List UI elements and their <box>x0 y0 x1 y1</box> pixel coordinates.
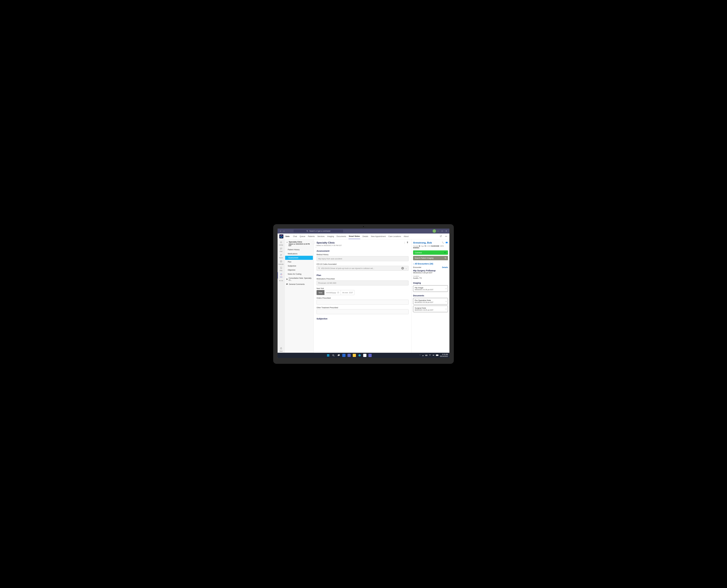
sidebar-item-consultation-note[interactable]: Consultation Note: Specialty Cl... <box>284 276 314 282</box>
svg-point-8 <box>318 268 319 269</box>
sidebar-item-patient-history[interactable]: Patient History <box>284 248 314 252</box>
sidebar-item-objective[interactable]: Objective <box>284 268 314 272</box>
chevron-left-icon: ‹ <box>413 262 414 265</box>
search-icon <box>318 267 320 269</box>
sidebar-note-header[interactable]: ⌄ Specialty Clinic <box>284 239 314 243</box>
more-icon[interactable]: ••• <box>445 235 448 237</box>
rail-files[interactable]: Files <box>278 266 284 272</box>
sidebar-item-notes-coding[interactable]: Notes for Coding <box>284 272 314 276</box>
app-name: Solo <box>285 235 290 237</box>
mail-icon[interactable] <box>445 241 448 244</box>
phone-icon[interactable] <box>442 241 444 244</box>
tab-carelocations[interactable]: Care Locations <box>388 234 401 239</box>
label-orders-prescribed: Orders Prescribed <box>317 297 409 299</box>
input-medical-history[interactable]: Hip injury from auto accident <box>317 256 409 261</box>
svg-line-21 <box>334 356 335 356</box>
tab-chat[interactable]: Chat <box>293 234 297 239</box>
calendar-icon <box>280 260 282 263</box>
rail-activity[interactable]: Activity <box>278 240 284 247</box>
svg-rect-12 <box>446 242 448 243</box>
global-search-input[interactable]: Search or type a command <box>293 229 343 233</box>
sidebar-added-date: Added on 10/22/2019 12:30 PM EST <box>284 243 314 248</box>
tray-volume-icon[interactable] <box>432 354 434 357</box>
tray-keyboard-icon[interactable]: ⌨ <box>425 355 427 356</box>
rail-store[interactable]: Store <box>278 346 284 353</box>
document-card[interactable]: Surgical Note06/02/2021 10:25 am EST › <box>413 306 448 312</box>
window-maximize-button[interactable]: ◻ <box>440 230 444 232</box>
clear-icd-button[interactable]: ✕ <box>401 267 404 270</box>
encounter-title: Hip Surgery Followup <box>413 269 448 272</box>
taskbar-edge-icon[interactable] <box>358 354 361 357</box>
section-assessment: Assessment <box>314 248 411 253</box>
people-icon <box>280 254 282 257</box>
input-orders-prescribed[interactable] <box>317 300 409 304</box>
input-meds-prescribed[interactable]: Piroxicam 10 MG BID <box>317 280 409 286</box>
taskbar-teams-icon[interactable] <box>368 354 372 357</box>
window-minimize-button[interactable]: ― <box>436 230 440 232</box>
tray-cloud-icon[interactable]: ☁ <box>422 355 424 356</box>
document-icon <box>286 278 288 280</box>
video-icon <box>444 252 446 253</box>
location-value: Austin, TX <box>413 277 448 279</box>
tab-services[interactable]: Services <box>317 234 325 239</box>
task-view-icon[interactable] <box>337 354 340 357</box>
delete-note-button[interactable] <box>406 241 409 244</box>
next-visit-time-input[interactable]: hh:mm EST <box>341 290 355 295</box>
tab-queue[interactable]: Queue <box>299 234 306 239</box>
nav-back-icon[interactable]: ‹ <box>279 230 282 232</box>
section-plan: Plan <box>314 272 411 277</box>
nav-forward-icon[interactable]: › <box>282 230 286 232</box>
encounter-details-link[interactable]: Details <box>442 266 448 268</box>
tray-chevron-icon[interactable]: ⌃ <box>419 355 421 356</box>
tab-patients[interactable]: Patients <box>308 234 315 239</box>
app-tab-bar: Solo Chat Queue Patients Services Imagin… <box>278 233 449 239</box>
taskbar-app-2[interactable] <box>347 354 351 357</box>
tab-about[interactable]: About <box>403 234 409 239</box>
taskbar-store-icon[interactable] <box>363 354 366 357</box>
sidebar-item-assessment[interactable]: Assessment <box>285 256 313 260</box>
connect-button[interactable]: Connect <box>413 250 448 255</box>
tab-imaging[interactable]: Imaging <box>327 234 334 239</box>
taskbar-app-1[interactable] <box>342 354 345 357</box>
next-visit-date-input[interactable]: mm/dd/yyyy <box>324 290 341 295</box>
tab-details[interactable]: Details <box>362 234 369 239</box>
tab-smartnotes[interactable]: Smart Notes <box>348 234 360 239</box>
reorder-handle-icon[interactable]: ⌃⌄ <box>315 245 317 248</box>
next-visit-now-button[interactable]: Now <box>317 290 324 295</box>
taskbar-clock[interactable]: 8:18 AM 03/14/2022 <box>440 354 448 357</box>
note-content: ⌃⌄ Specialty Clinic Added on 06/20/2021 … <box>314 239 412 353</box>
tray-battery-icon[interactable] <box>436 354 439 356</box>
document-card[interactable]: Pre Operative Note05/18/2021 02:30 pm ES… <box>413 298 448 304</box>
comment-icon <box>286 283 288 285</box>
chevron-down-icon[interactable]: ⌄ <box>405 267 407 269</box>
teams-rail: Activity Chat Teams Calendar Files Solo … <box>278 239 284 353</box>
tab-documents[interactable]: Documents <box>336 234 346 239</box>
rail-solo[interactable]: Solo <box>278 272 284 278</box>
taskbar-search-icon[interactable] <box>332 354 335 357</box>
svg-rect-23 <box>338 354 340 356</box>
taskbar-explorer-icon[interactable] <box>353 354 356 357</box>
rail-more[interactable]: • • • <box>278 278 284 283</box>
tab-newappointment[interactable]: New Appointment <box>371 234 386 239</box>
sidebar-item-medications[interactable]: Medications <box>284 252 314 256</box>
rail-calendar[interactable]: Calendar <box>278 259 284 266</box>
user-avatar[interactable] <box>432 229 436 233</box>
popout-icon[interactable] <box>439 235 443 238</box>
sidebar-item-subjective[interactable]: Subjective <box>284 264 314 268</box>
input-icd10[interactable]: V53.5XXS Driver of pick-up truck or van … <box>317 266 409 271</box>
start-button[interactable] <box>326 354 330 357</box>
rail-teams[interactable]: Teams <box>278 253 284 259</box>
search-icon <box>445 257 447 259</box>
sidebar-item-plan[interactable]: Plan <box>284 260 314 264</box>
input-other-treatment[interactable] <box>317 309 409 314</box>
all-encounters-link[interactable]: ‹ All Encounters (30) <box>413 262 448 265</box>
search-patient-imaging-input[interactable]: Search Patient Imaging <box>413 256 448 260</box>
imaging-card[interactable]: Hip Image04/03/2021 01:35 pm EST › <box>413 285 448 292</box>
window-close-button[interactable]: ✕ <box>444 230 448 232</box>
tray-wifi-icon[interactable] <box>429 354 431 357</box>
location-label: Location <box>413 275 448 277</box>
sidebar-item-general-comments[interactable]: General Comments <box>284 282 314 286</box>
svg-line-9 <box>319 269 320 269</box>
rail-chat[interactable]: Chat <box>278 247 284 253</box>
chevron-right-icon: › <box>446 300 446 302</box>
